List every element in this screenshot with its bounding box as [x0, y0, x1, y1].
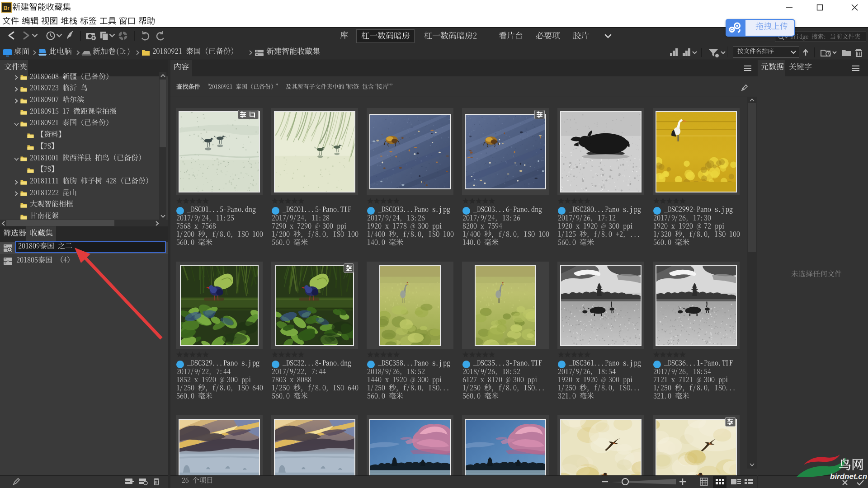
- svg-text:Br: Br: [4, 5, 10, 11]
